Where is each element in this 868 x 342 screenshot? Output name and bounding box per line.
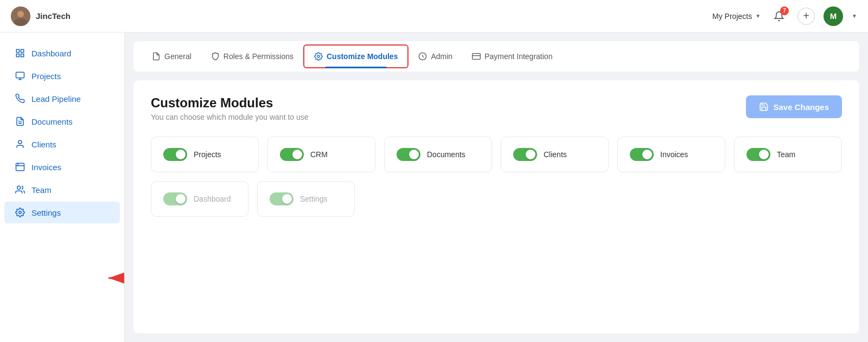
module-label-settings: Settings (300, 195, 328, 203)
notification-badge: 7 (780, 7, 789, 15)
tab-label: General (164, 52, 192, 61)
tab-roles[interactable]: Roles & Permissions (201, 41, 303, 72)
module-label-dashboard: Dashboard (194, 195, 231, 203)
module-toggle-invoices[interactable] (630, 148, 654, 161)
module-toggle-clients[interactable] (513, 148, 537, 161)
svg-point-20 (317, 55, 320, 57)
invoices-icon (15, 162, 25, 172)
sidebar-item-documents[interactable]: Documents (4, 111, 120, 132)
tab-admin[interactable]: Admin (409, 41, 462, 72)
modules-row-2: Dashboard Settings (151, 181, 842, 217)
module-card-settings: Settings (257, 181, 355, 217)
module-label-projects: Projects (194, 150, 221, 159)
my-projects-label: My Projects (712, 12, 752, 21)
settings-icon (15, 208, 25, 217)
settings-arrow-indicator (103, 262, 125, 294)
sidebar-item-label: Dashboard (31, 49, 71, 58)
module-toggle-team[interactable] (746, 148, 770, 161)
svg-rect-6 (16, 54, 19, 57)
card-icon (472, 52, 481, 61)
svg-point-17 (19, 211, 22, 214)
content-area: General Roles & Permissions Customize Mo… (125, 33, 868, 342)
save-changes-button[interactable]: Save Changes (746, 95, 842, 118)
modules-row-1: Projects CRM Documents Clients Invoices (151, 137, 842, 172)
sidebar-item-settings[interactable]: Settings (4, 202, 120, 223)
module-toggle-crm[interactable] (280, 148, 304, 161)
sidebar-item-lead-pipeline[interactable]: Lead Pipeline (4, 88, 120, 109)
module-label-team: Team (777, 150, 795, 159)
tab-general[interactable]: General (142, 41, 201, 72)
page-title: Customize Modules (151, 95, 309, 111)
sidebar-item-label: Documents (31, 117, 73, 126)
tab-customize-modules[interactable]: Customize Modules (303, 44, 409, 68)
team-icon (15, 185, 25, 195)
module-card-projects: Projects (151, 137, 259, 172)
sidebar-item-label: Clients (31, 140, 56, 149)
svg-point-16 (17, 186, 21, 189)
dashboard-icon (15, 48, 25, 58)
tabs-bar: General Roles & Permissions Customize Mo… (133, 41, 859, 72)
svg-rect-22 (473, 54, 481, 60)
tab-label: Admin (431, 52, 452, 61)
module-label-invoices: Invoices (660, 150, 688, 159)
header: JincTech My Projects ▼ 7 + M ▼ (0, 0, 868, 33)
save-icon (759, 102, 769, 112)
module-card-clients: Clients (501, 137, 609, 172)
svg-point-1 (17, 11, 24, 17)
svg-rect-7 (16, 72, 24, 78)
module-card-invoices: Invoices (617, 137, 725, 172)
sidebar-item-clients[interactable]: Clients (4, 133, 120, 155)
sidebar: Dashboard Projects Lead Pipeline Documen… (0, 33, 125, 342)
tab-label: Payment Integration (484, 52, 552, 61)
clients-icon (15, 139, 25, 149)
notifications-button[interactable]: 7 (769, 7, 789, 26)
documents-icon (15, 117, 25, 126)
chevron-down-icon: ▼ (755, 13, 761, 19)
admin-icon (418, 52, 427, 61)
user-avatar[interactable]: M (824, 7, 843, 26)
page-title-section: Customize Modules You can choose which m… (151, 95, 309, 121)
svg-rect-5 (21, 54, 24, 57)
company-name: JincTech (36, 11, 71, 21)
module-toggle-documents[interactable] (397, 148, 420, 161)
lead-pipeline-icon (15, 94, 25, 104)
sidebar-item-dashboard[interactable]: Dashboard (4, 42, 120, 64)
module-label-documents: Documents (427, 150, 465, 159)
module-toggle-settings[interactable] (270, 192, 293, 205)
sidebar-item-label: Lead Pipeline (31, 94, 81, 104)
sidebar-item-invoices[interactable]: Invoices (4, 156, 120, 178)
svg-point-12 (18, 140, 22, 144)
user-chevron-icon: ▼ (852, 13, 857, 19)
sidebar-item-label: Projects (31, 72, 61, 81)
sidebar-item-label: Team (31, 185, 52, 195)
module-label-clients: Clients (544, 150, 567, 159)
add-button[interactable]: + (797, 8, 815, 25)
tab-label: Roles & Permissions (224, 52, 293, 61)
svg-rect-4 (21, 49, 24, 52)
module-label-crm: CRM (310, 150, 328, 159)
module-toggle-dashboard[interactable] (163, 192, 187, 205)
company-avatar (11, 7, 30, 26)
page-header: Customize Modules You can choose which m… (151, 95, 842, 121)
svg-rect-13 (16, 163, 24, 171)
my-projects-button[interactable]: My Projects ▼ (712, 12, 761, 21)
module-card-crm: CRM (267, 137, 375, 172)
page-subtitle: You can choose which module you want to … (151, 113, 309, 121)
sidebar-item-label: Settings (31, 208, 61, 217)
module-card-dashboard: Dashboard (151, 181, 248, 217)
header-right: My Projects ▼ 7 + M ▼ (712, 7, 857, 26)
save-btn-label: Save Changes (773, 102, 829, 112)
doc-icon (152, 52, 161, 61)
sidebar-item-label: Invoices (31, 163, 61, 172)
module-card-team: Team (734, 137, 842, 172)
svg-rect-3 (16, 49, 19, 52)
shield-icon (211, 52, 220, 61)
sidebar-item-team[interactable]: Team (4, 179, 120, 201)
main-layout: Dashboard Projects Lead Pipeline Documen… (0, 33, 868, 342)
projects-icon (15, 71, 25, 81)
module-toggle-projects[interactable] (163, 148, 187, 161)
header-left: JincTech (11, 7, 71, 26)
tab-payment[interactable]: Payment Integration (462, 41, 562, 72)
sidebar-item-projects[interactable]: Projects (4, 65, 120, 87)
module-card-documents: Documents (384, 137, 492, 172)
